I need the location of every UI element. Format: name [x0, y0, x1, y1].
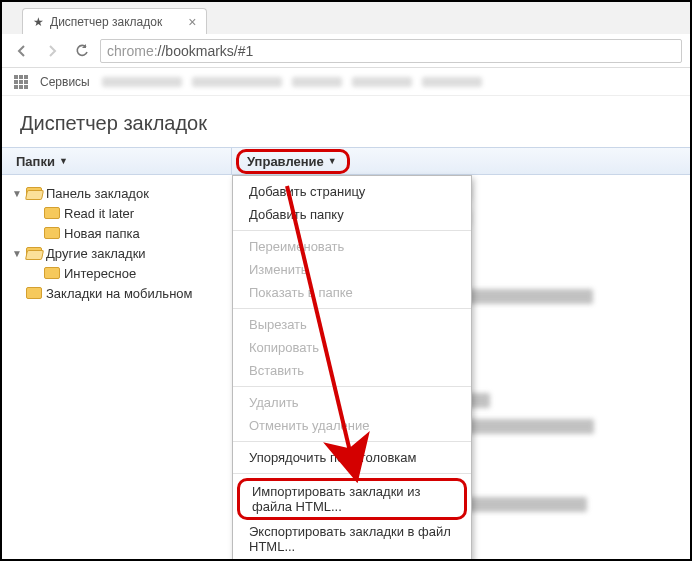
apps-icon[interactable] — [14, 75, 28, 89]
menu-add-folder[interactable]: Добавить папку — [233, 203, 471, 226]
bookmarks-bar: Сервисы — [2, 68, 690, 96]
manage-menu: Добавить страницу Добавить папку Переиме… — [232, 175, 472, 561]
folders-label: Папки — [16, 154, 55, 169]
content-area: ▼ Панель закладок Read it later Новая па… — [2, 175, 690, 561]
tree-label: Закладки на мобильном — [46, 286, 192, 301]
column-headers: Папки ▼ Управление ▼ — [2, 147, 690, 175]
chevron-down-icon[interactable]: ▼ — [12, 248, 22, 259]
tree-node[interactable]: Новая папка — [8, 223, 226, 243]
bookmark-list: Добавить страницу Добавить папку Переиме… — [232, 175, 690, 561]
menu-separator — [233, 308, 471, 309]
menu-add-page[interactable]: Добавить страницу — [233, 180, 471, 203]
page-title: Диспетчер закладок — [2, 96, 690, 147]
folders-dropdown[interactable]: Папки ▼ — [16, 154, 68, 169]
folder-open-icon — [26, 187, 42, 199]
manage-dropdown[interactable]: Управление ▼ — [236, 149, 350, 174]
back-button[interactable] — [10, 39, 34, 63]
folder-tree: ▼ Панель закладок Read it later Новая па… — [2, 175, 232, 561]
menu-edit: Изменить — [233, 258, 471, 281]
star-icon: ★ — [33, 15, 44, 29]
tree-node[interactable]: Read it later — [8, 203, 226, 223]
tree-label: Read it later — [64, 206, 134, 221]
tree-label: Другие закладки — [46, 246, 146, 261]
folder-icon — [44, 227, 60, 239]
browser-toolbar: chrome://bookmarks/#1 — [2, 34, 690, 68]
browser-tab[interactable]: ★ Диспетчер закладок × — [22, 8, 207, 34]
caret-down-icon: ▼ — [328, 156, 337, 166]
menu-separator — [233, 230, 471, 231]
services-link[interactable]: Сервисы — [40, 75, 90, 89]
menu-cut: Вырезать — [233, 313, 471, 336]
url-path: //bookmarks/#1 — [158, 43, 254, 59]
browser-tabstrip: ★ Диспетчер закладок × — [2, 2, 690, 34]
tree-node[interactable]: ▼ Другие закладки — [8, 243, 226, 263]
folder-icon — [44, 207, 60, 219]
tab-title: Диспетчер закладок — [50, 15, 162, 29]
tree-node[interactable]: ▼ Панель закладок — [8, 183, 226, 203]
menu-sort[interactable]: Упорядочить по заголовкам — [233, 446, 471, 469]
menu-export-html[interactable]: Экспортировать закладки в файл HTML... — [233, 520, 471, 558]
menu-delete: Удалить — [233, 391, 471, 414]
bookmark-bar-items — [102, 77, 482, 87]
folder-icon — [26, 287, 42, 299]
tree-label: Панель закладок — [46, 186, 149, 201]
close-icon[interactable]: × — [188, 14, 196, 30]
manage-label: Управление — [247, 154, 324, 169]
menu-copy: Копировать — [233, 336, 471, 359]
folder-open-icon — [26, 247, 42, 259]
menu-separator — [233, 386, 471, 387]
caret-down-icon: ▼ — [59, 156, 68, 166]
tree-label: Интересное — [64, 266, 136, 281]
chevron-down-icon[interactable]: ▼ — [12, 188, 22, 199]
menu-undo-delete: Отменить удаление — [233, 414, 471, 437]
address-bar[interactable]: chrome://bookmarks/#1 — [100, 39, 682, 63]
folder-icon — [44, 267, 60, 279]
menu-rename: Переименовать — [233, 235, 471, 258]
tree-node[interactable]: Интересное — [8, 263, 226, 283]
forward-button[interactable] — [40, 39, 64, 63]
menu-paste: Вставить — [233, 359, 471, 382]
menu-separator — [233, 473, 471, 474]
menu-import-html[interactable]: Импортировать закладки из файла HTML... — [237, 478, 467, 520]
menu-separator — [233, 441, 471, 442]
menu-show-in-folder: Показать в папке — [233, 281, 471, 304]
tree-label: Новая папка — [64, 226, 140, 241]
url-scheme: chrome: — [107, 43, 158, 59]
reload-button[interactable] — [70, 39, 94, 63]
tree-node[interactable]: Закладки на мобильном — [8, 283, 226, 303]
